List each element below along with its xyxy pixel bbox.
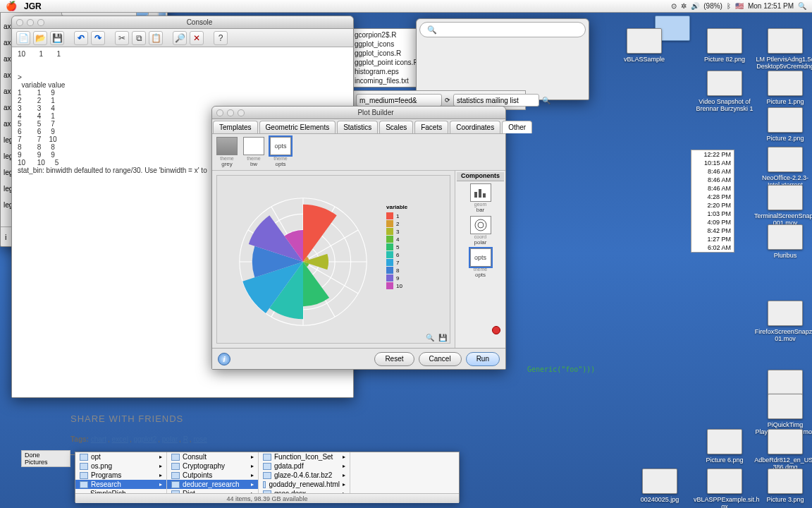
finder-item[interactable]: gdata.pdf▸ [259, 461, 350, 471]
desktop-item[interactable]: 00240025.jpg [629, 468, 691, 503]
desktop-item[interactable]: Picture 6.png [694, 429, 756, 464]
tag-link[interactable]: rose [193, 435, 207, 443]
new-icon[interactable]: 📄 [16, 31, 30, 45]
battery-text: (98%) [703, 2, 722, 10]
desktop-item[interactable]: LM PtlervisAdng1.5oDesktop5vCremidng [754, 28, 812, 70]
tag-link[interactable]: ggplot2 [133, 435, 156, 443]
zoom-icon[interactable]: 🔍 [426, 334, 434, 341]
search-field[interactable]: 🔍 [419, 22, 586, 37]
plot-builder-window: Plot Builder TemplatesGeometric Elements… [211, 106, 506, 370]
tab-scales[interactable]: Scales [379, 121, 413, 133]
info-icon[interactable]: i [5, 233, 6, 241]
desktop-item[interactable]: AdbeRdr812_en_US.i386.dmg [754, 429, 812, 471]
timestamp-cell: 8:46 AM [691, 167, 734, 176]
finder-item[interactable]: Research▸ [75, 480, 166, 489]
finder-item[interactable]: Diet▸ [167, 489, 258, 493]
desktop-item[interactable]: Picture 3.png [754, 468, 812, 503]
tag-link[interactable]: polar [162, 435, 178, 443]
cancel-button[interactable]: Cancel [419, 352, 462, 366]
reset-button[interactable]: Reset [374, 352, 414, 366]
browser-search-field[interactable] [453, 94, 539, 107]
desktop-item[interactable]: NeoOffice-2.2.3-Intel.xtorrent [754, 147, 812, 188]
undo-icon[interactable]: ↶ [74, 31, 88, 45]
paste-icon[interactable]: 📋 [149, 31, 163, 45]
finder-item[interactable]: Cryptography▸ [167, 461, 258, 471]
finder-item[interactable]: gsoc.docx▸ [259, 489, 350, 493]
desktop-item[interactable]: Picture 2.png [754, 107, 812, 142]
plot-canvas: variable 12345678910 🔍 💾 [216, 175, 450, 344]
search-window: 🔍 [416, 18, 589, 100]
finder-status: 44 items, 98.39 GB available [75, 493, 459, 503]
finder-item[interactable]: os.png▸ [75, 461, 166, 471]
rose-chart [226, 184, 381, 339]
timestamp-cell: 8:42 PM [691, 226, 734, 235]
copy-icon[interactable]: ⧉ [132, 31, 146, 45]
info-icon[interactable]: i [218, 353, 230, 365]
finder-item[interactable]: Programs▸ [75, 471, 166, 480]
finder-item[interactable]: godaddy_renewal.html▸ [259, 480, 350, 489]
timestamp-cell: 10:15 AM [691, 159, 734, 167]
desktop-item[interactable]: Picture 1.png [754, 71, 812, 105]
desktop-item[interactable]: FirefoxScreenSnapz001.mov [754, 301, 812, 342]
desktop-item[interactable]: vBLASSample [613, 28, 675, 63]
plot-builder-footer: i Reset Cancel Run [212, 348, 505, 369]
window-controls[interactable] [16, 19, 44, 26]
plot-builder-titlebar[interactable]: Plot Builder [212, 107, 505, 119]
tab-geometric-elements[interactable]: Geometric Elements [259, 121, 336, 133]
help-icon[interactable]: ? [214, 31, 228, 45]
finder-item[interactable]: glaze-0.4.6.tar.bz2▸ [259, 471, 350, 480]
delete-component-icon[interactable] [492, 326, 500, 334]
menu-extra-icon[interactable]: ⊙ [671, 2, 677, 10]
finder-item[interactable]: Cutpoints▸ [167, 471, 258, 480]
tab-coordinates[interactable]: Coordinates [450, 121, 500, 133]
desktop-item[interactable]: Pluribus [754, 224, 812, 259]
flag-icon[interactable]: 🇺🇸 [735, 2, 744, 10]
chart-legend: variable 12345678910 [386, 204, 445, 290]
bluetooth-icon[interactable]: ᛒ [727, 2, 731, 10]
component-polar[interactable]: coordpolar [457, 216, 504, 246]
desktop-item[interactable]: vBLASPPExample.sit.hqx [694, 468, 756, 508]
menu-extra-icon[interactable]: ✲ [681, 2, 687, 10]
app-name[interactable]: JGR [24, 1, 42, 11]
export-icon[interactable]: 💾 [438, 334, 447, 341]
finder-item[interactable]: Consult▸ [167, 452, 258, 461]
theme-chip-grey[interactable]: themegrey [215, 137, 239, 167]
window-controls[interactable] [216, 109, 245, 116]
clock[interactable]: Mon 12:51 PM [748, 2, 794, 10]
legend-item: 9 [386, 274, 445, 282]
theme-chip-bw[interactable]: themebw [242, 137, 266, 167]
tag-link[interactable]: chart [91, 435, 106, 443]
run-button[interactable]: Run [466, 352, 500, 366]
redo-icon[interactable]: ↷ [91, 31, 105, 45]
url-field[interactable] [356, 94, 442, 107]
cut-icon[interactable]: ✂ [115, 31, 129, 45]
stop-icon[interactable]: ✕ [190, 31, 204, 45]
apple-menu-icon[interactable]: 🍎 [6, 1, 17, 11]
finder-item[interactable]: opt▸ [75, 452, 166, 461]
share-heading: SHARE WITH FRIENDS [70, 413, 289, 424]
finder-item[interactable]: SimpleRich…properties▸ [75, 489, 166, 493]
finder-item[interactable]: Function_Icon_Set▸ [259, 452, 350, 461]
volume-icon[interactable]: 🔊 [691, 2, 699, 10]
tag-link[interactable]: R [183, 435, 188, 443]
open-icon[interactable]: 📂 [33, 31, 47, 45]
console-titlebar[interactable]: Console [12, 16, 353, 29]
find-icon[interactable]: 🔎 [173, 31, 187, 45]
finder-item[interactable]: deducer_research▸ [167, 480, 258, 489]
desktop-item[interactable]: Picture 82.png [694, 28, 756, 63]
desktop-item[interactable]: Video Snapshot ofBrennar Burzynski 1 [694, 71, 756, 112]
desktop-item[interactable]: TerminalScreenSnapz001.mov [754, 185, 812, 226]
component-opts[interactable]: optsthemeopts [457, 248, 504, 278]
legend-item: 2 [386, 220, 445, 227]
theme-chip-opts[interactable]: optsthemeopts [269, 137, 293, 167]
tab-facets[interactable]: Facets [414, 121, 448, 133]
save-icon[interactable]: 💾 [50, 31, 64, 45]
component-bar[interactable]: geombar [457, 183, 504, 213]
tab-other[interactable]: Other [502, 121, 532, 133]
tab-templates[interactable]: Templates [213, 121, 258, 133]
svg-point-20 [478, 222, 484, 228]
tag-link[interactable]: excel [112, 435, 128, 443]
legend-item: 4 [386, 236, 445, 243]
tab-statistics[interactable]: Statistics [337, 121, 378, 133]
spotlight-icon[interactable]: 🔍 [798, 2, 806, 10]
